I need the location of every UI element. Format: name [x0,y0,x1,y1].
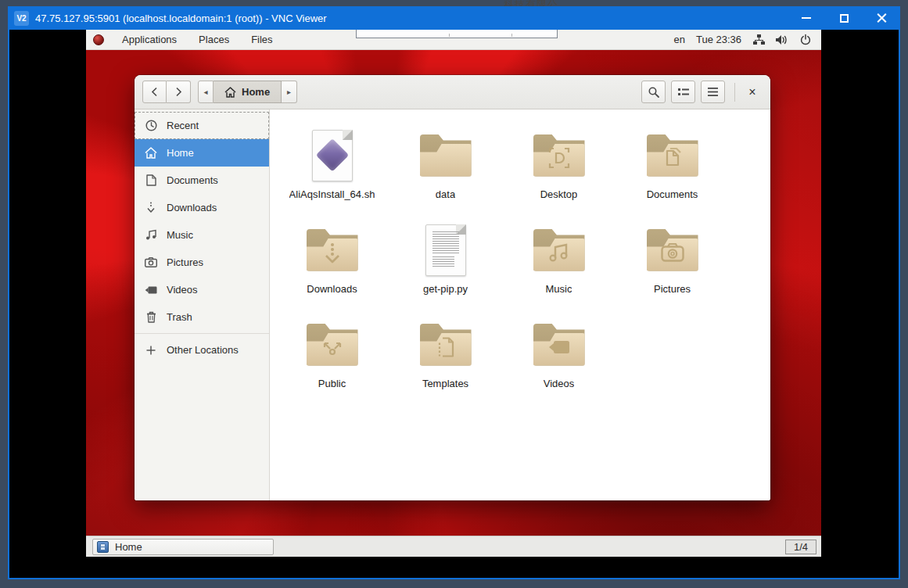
folder-icon [420,324,472,366]
file-manager-icon [97,541,109,553]
folder-item-documents[interactable]: Documents [616,124,729,219]
sidebar-item-documents[interactable]: Documents [135,167,269,194]
screen: 科技有限公… V2 47.75.127.95:5901 (localhost.l… [0,0,908,588]
vnc-toolbar-collapsed[interactable] [356,30,558,38]
keyboard-layout-indicator[interactable]: en [673,34,684,45]
icon-grid: AliAqsInstall_64.sh data [270,109,730,408]
volume-icon[interactable] [776,34,788,46]
home-icon [145,147,157,160]
file-item-aliaqsinstall[interactable]: AliAqsInstall_64.sh [275,124,389,219]
minimize-button[interactable] [788,6,825,30]
sidebar-item-recent[interactable]: Recent [135,112,269,139]
file-name: Public [318,378,346,389]
path-next-button[interactable]: ▸ [282,81,297,103]
clock-icon [145,120,157,132]
sidebar-item-trash[interactable]: Trash [135,303,269,331]
folder-icon [307,229,358,271]
sidebar-label: Music [167,229,193,241]
clock[interactable]: Tue 23:36 [696,34,741,45]
close-button[interactable] [863,6,900,30]
file-name: data [436,188,455,200]
file-name: AliAqsInstall_64.sh [289,188,375,200]
share-emblem-icon [322,338,343,357]
file-name: Pictures [654,283,691,295]
vnc-logo-icon: V2 [14,11,29,26]
sidebar-label: Other Locations [167,344,239,356]
view-toggle-button[interactable] [671,81,695,103]
files-content-area[interactable]: AliAqsInstall_64.sh data [270,109,770,500]
sidebar-label: Trash [167,311,192,323]
path-home-button[interactable]: Home [214,81,282,103]
path-home-label: Home [242,86,270,98]
folder-item-templates[interactable]: Templates [389,314,502,408]
power-icon[interactable] [799,34,812,46]
sidebar-item-home[interactable]: Home [135,139,269,167]
sidebar-item-videos[interactable]: Videos [135,276,269,303]
videos-emblem-icon [547,339,571,356]
menu-files[interactable]: Files [240,30,283,50]
sidebar-label: Downloads [167,202,217,213]
sidebar-label: Home [167,147,194,159]
sidebar-label: Documents [167,174,218,186]
close-icon [877,13,887,23]
forward-button[interactable] [167,81,191,103]
sidebar-separator [135,333,269,334]
folder-icon [647,229,698,271]
taskbar-home-button[interactable]: Home [92,539,274,555]
folder-item-music[interactable]: Music [502,219,616,314]
folder-icon [307,324,358,366]
sidebar-label: Recent [167,120,199,131]
download-icon [145,202,157,214]
folder-item-public[interactable]: Public [275,314,389,408]
search-button[interactable] [641,81,666,103]
file-item-get-pip[interactable]: get-pip.py [389,219,502,314]
desktop-background: ◂ Home ▸ [86,50,821,557]
templates-emblem-icon [437,336,454,357]
network-icon[interactable] [752,34,765,46]
file-name: Documents [647,188,698,200]
folder-icon [533,134,585,177]
folder-item-pictures[interactable]: Pictures [616,219,729,314]
home-icon [224,87,236,98]
file-name: get-pip.py [423,283,468,295]
folder-item-downloads[interactable]: Downloads [275,219,389,314]
downloads-emblem-icon [324,242,341,263]
back-button[interactable] [142,81,167,103]
path-previous-button[interactable]: ◂ [198,81,214,103]
files-window: ◂ Home ▸ [135,75,770,500]
maximize-icon [840,14,849,23]
window-close-button[interactable]: × [742,82,763,102]
files-sidebar: Recent Home Documents [135,109,270,500]
text-file-icon [425,224,466,276]
window-list-taskbar: Home 1/4 [86,536,821,557]
menu-button[interactable] [701,81,725,103]
sidebar-item-music[interactable]: Music [135,221,269,249]
menu-applications[interactable]: Applications [111,30,188,50]
files-toolbar: ◂ Home ▸ [135,75,770,109]
menu-places[interactable]: Places [188,30,240,50]
sidebar-item-downloads[interactable]: Downloads [135,194,269,221]
hamburger-icon [708,88,718,96]
file-name: Downloads [307,283,357,295]
sidebar-item-pictures[interactable]: Pictures [135,249,269,276]
maximize-button[interactable] [825,6,863,30]
vnc-viewer-window: V2 47.75.127.95:5901 (localhost.localdom… [8,6,900,579]
shell-script-icon [312,130,353,181]
sidebar-item-other-locations[interactable]: Other Locations [135,336,269,364]
file-name: Templates [422,378,468,389]
taskbar-window-label: Home [115,541,142,553]
folder-item-data[interactable]: data [389,124,502,219]
music-emblem-icon [548,242,570,263]
folder-icon [420,134,472,177]
camera-icon [145,256,157,269]
trash-icon [145,311,157,324]
sidebar-label: Pictures [167,256,203,268]
list-view-icon [678,88,689,97]
folder-item-desktop[interactable]: Desktop [502,124,616,219]
documents-emblem-icon [663,147,682,169]
folder-item-videos[interactable]: Videos [502,314,616,408]
vnc-titlebar[interactable]: V2 47.75.127.95:5901 (localhost.localdom… [8,6,900,30]
workspace-indicator[interactable]: 1/4 [785,540,816,554]
file-name: Music [546,283,572,295]
search-icon [648,87,659,98]
